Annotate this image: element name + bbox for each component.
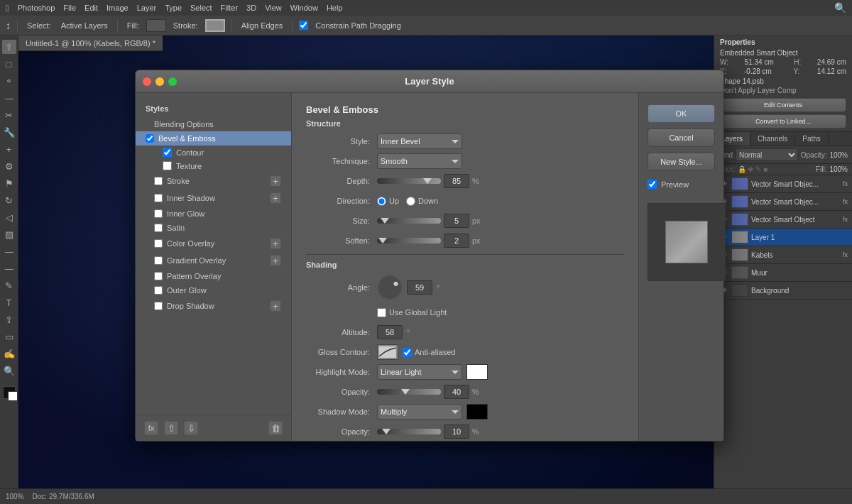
minimize-button[interactable] [155,77,164,86]
dodge-tool[interactable]: ⸻ [2,261,16,275]
size-slider[interactable] [377,218,441,224]
altitude-input[interactable] [377,325,403,339]
menu-window[interactable]: Window [290,4,318,12]
technique-select[interactable]: Smooth Chisel Hard Chisel Soft [377,153,462,169]
menu-type[interactable]: Type [165,4,182,12]
menu-3d[interactable]: 3D [246,4,256,12]
sidebar-stroke[interactable]: Stroke + [136,172,291,190]
tab-paths[interactable]: Paths [795,132,829,146]
menu-filter[interactable]: Filter [221,4,238,12]
inner-shadow-checkbox[interactable] [154,194,163,202]
toolbar-active-layers[interactable]: Active Layers [58,20,111,31]
ok-btn[interactable]: OK [648,104,715,123]
direction-down-input[interactable] [406,197,415,206]
pattern-overlay-checkbox[interactable] [154,272,163,280]
new-style-btn[interactable]: New Style... [648,153,715,171]
direction-up-input[interactable] [377,197,386,206]
sidebar-gradient-overlay[interactable]: Gradient Overlay + [136,252,291,269]
anti-aliased-checkbox[interactable] [403,348,412,357]
gradient-overlay-checkbox[interactable] [154,256,163,265]
gradient-overlay-add-btn[interactable]: + [270,255,281,266]
style-select[interactable]: Inner Bevel Outer Bevel Emboss Pillow Em… [377,133,462,149]
layer-item[interactable]: 👁 Muur [714,264,852,282]
color-overlay-add-btn[interactable]: + [270,238,281,249]
convert-to-linked-btn[interactable]: Convert to Linked... [720,114,846,128]
stroke-add-btn[interactable]: + [270,175,281,187]
size-input[interactable] [444,214,469,228]
shadow-opacity-input[interactable] [444,424,469,439]
layer-item-active[interactable]: 👁 Layer 1 [714,229,852,246]
path-select-tool[interactable]: ⇧ [2,312,16,327]
menu-file[interactable]: File [63,4,76,12]
sidebar-texture[interactable]: Texture [136,159,291,172]
soften-input[interactable] [444,234,469,248]
stroke-color-swatch[interactable] [205,19,225,32]
quick-select-tool[interactable]: ⸻ [2,91,16,105]
global-light-checkbox[interactable] [377,308,386,317]
maximize-button[interactable] [168,77,177,86]
sidebar-satin[interactable]: Satin [136,221,291,235]
layer-item[interactable]: 👁 Vector Smart Objec... fx [714,175,852,193]
layer-item[interactable]: 👁 Vector Smart Objec... fx [714,193,852,211]
highlight-mode-select[interactable]: Linear Light Normal Screen Overlay [377,364,462,380]
eraser-tool[interactable]: ◁ [2,210,16,224]
sidebar-color-overlay[interactable]: Color Overlay + [136,235,291,252]
outer-glow-checkbox[interactable] [154,286,163,295]
inner-glow-checkbox[interactable] [154,209,163,218]
sidebar-inner-shadow[interactable]: Inner Shadow + [136,190,291,207]
constrain-path-checkbox[interactable] [299,21,308,30]
gradient-tool[interactable]: ▨ [2,227,16,241]
lasso-tool[interactable]: ⚬ [2,74,16,88]
clone-tool[interactable]: ⚑ [2,176,16,190]
hand-tool[interactable]: ✍ [2,346,16,361]
texture-checkbox[interactable] [163,161,172,170]
menu-layer[interactable]: Layer [137,4,157,12]
fill-color-swatch[interactable] [146,19,166,32]
menu-help[interactable]: Help [327,4,343,12]
global-light-checkbox-label[interactable]: Use Global Light [377,308,447,317]
delete-button[interactable]: 🗑 [268,421,283,435]
angle-input[interactable] [407,280,432,295]
search-icon[interactable]: 🔍 [834,2,846,13]
shape-tool[interactable]: ▭ [2,329,16,344]
direction-down-radio[interactable]: Down [406,197,438,206]
color-overlay-checkbox[interactable] [154,239,163,248]
preview-label[interactable]: Preview [648,177,715,192]
preview-checkbox[interactable] [648,180,657,189]
drop-shadow-checkbox[interactable] [154,302,163,310]
history-brush-tool[interactable]: ↻ [2,193,16,207]
highlight-opacity-slider[interactable] [377,389,441,395]
zoom-tool[interactable]: 🔍 [2,363,16,378]
sidebar-inner-glow[interactable]: Inner Glow [136,207,291,221]
sidebar-contour[interactable]: Contour [136,146,291,159]
inner-shadow-add-btn[interactable]: + [270,192,281,204]
sidebar-blending-options[interactable]: Blending Options [136,117,291,131]
move-down-button[interactable]: ⇩ [184,421,198,435]
tab-channels[interactable]: Channels [750,132,795,146]
edit-contents-btn[interactable]: Edit Contents [720,98,846,112]
depth-slider[interactable] [377,178,441,184]
foreground-color[interactable] [3,386,16,399]
anti-aliased-label[interactable]: Anti-aliased [403,348,455,357]
menu-image[interactable]: Image [106,4,129,12]
contour-checkbox[interactable] [163,148,172,157]
satin-checkbox[interactable] [154,224,163,232]
menu-select[interactable]: Select [190,4,212,12]
soften-slider[interactable] [377,238,441,243]
healing-tool[interactable]: + [2,142,16,156]
menu-edit[interactable]: Edit [84,4,98,12]
move-tool[interactable]: ⇧ [2,40,16,54]
shadow-mode-select[interactable]: Multiply Normal Screen [377,404,462,420]
stroke-checkbox[interactable] [154,177,163,185]
sidebar-section-styles[interactable]: Styles [136,100,291,117]
eyedropper-tool[interactable]: 🔧 [2,125,16,139]
document-tab[interactable]: Untitled-1 @ 100% (Kabels, RGB/8) * [18,35,163,51]
blur-tool[interactable]: ⸻ [2,244,16,258]
brush-tool[interactable]: ⚙ [2,159,16,173]
highlight-opacity-input[interactable] [444,385,469,399]
highlight-color-swatch[interactable] [466,364,488,380]
sidebar-bevel-emboss[interactable]: Bevel & Emboss [136,131,291,146]
direction-up-radio[interactable]: Up [377,197,399,206]
angle-dial[interactable] [377,275,403,300]
sidebar-outer-glow[interactable]: Outer Glow [136,283,291,297]
